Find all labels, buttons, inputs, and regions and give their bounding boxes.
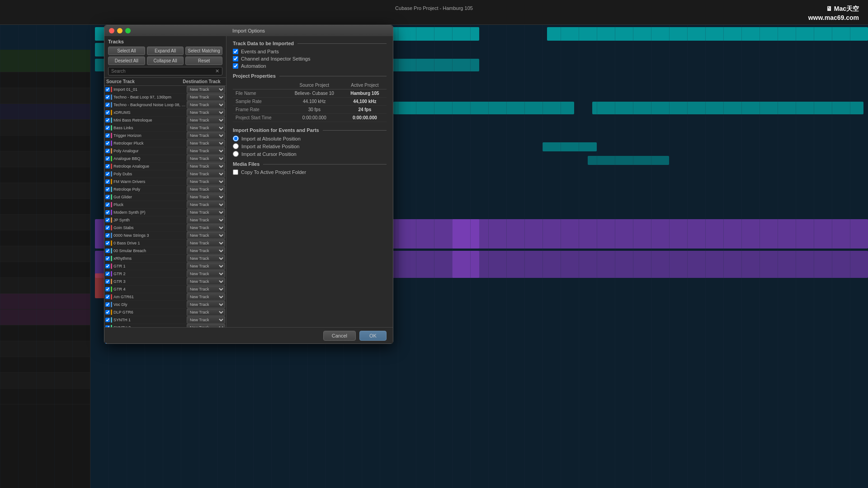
track-dest-select[interactable]: New Track Existing Track — [187, 147, 225, 155]
track-checkbox[interactable] — [105, 164, 110, 169]
track-dest-select[interactable]: New Track Existing Track — [187, 216, 225, 224]
track-checkbox[interactable] — [105, 256, 110, 261]
track-dest-select[interactable]: New Track Existing Track — [187, 224, 225, 231]
expand-all-btn[interactable]: Expand All — [147, 47, 184, 55]
dialog-max-btn[interactable] — [125, 28, 131, 33]
track-checkbox[interactable] — [105, 195, 110, 199]
track-checkbox[interactable] — [105, 126, 110, 130]
track-item[interactable]: Import 01_01 New Track Existing Track — [104, 86, 226, 94]
track-checkbox[interactable] — [105, 156, 110, 161]
track-checkbox[interactable] — [105, 141, 110, 145]
track-checkbox[interactable] — [105, 241, 110, 245]
track-item[interactable]: Poly Dubs New Track Existing Track — [104, 170, 226, 178]
track-checkbox[interactable] — [105, 233, 110, 238]
track-dest-select[interactable]: New Track Existing Track — [187, 132, 225, 139]
collapse-all-btn[interactable]: Collapse All — [147, 56, 184, 65]
track-dest-select[interactable]: New Track Existing Track — [187, 186, 225, 193]
track-dest-select[interactable]: New Track Existing Track — [187, 278, 225, 285]
track-dest-select[interactable]: New Track Existing Track — [187, 301, 225, 308]
track-checkbox[interactable] — [105, 103, 110, 107]
track-checkbox[interactable] — [105, 172, 110, 176]
track-dest-select[interactable]: New Track Existing Track — [187, 263, 225, 270]
track-item[interactable]: Voc Dly New Track Existing Track — [104, 301, 226, 309]
track-item[interactable]: xDRUMS New Track Existing Track — [104, 109, 226, 117]
track-dest-select[interactable]: New Track Existing Track — [187, 201, 225, 208]
track-item[interactable]: Goin Stabs New Track Existing Track — [104, 224, 226, 232]
track-dest-select[interactable]: New Track Existing Track — [187, 178, 225, 185]
track-dest-select[interactable]: New Track Existing Track — [187, 239, 225, 247]
media-files-checkbox[interactable] — [233, 169, 238, 175]
track-dest-select[interactable]: New Track Existing Track — [187, 117, 225, 124]
track-list[interactable]: Import 01_01 New Track Existing Track Te… — [104, 86, 226, 343]
track-dest-select[interactable]: New Track Existing Track — [187, 140, 225, 147]
import-position-radio[interactable] — [233, 151, 239, 157]
track-dest-select[interactable]: New Track Existing Track — [187, 232, 225, 239]
track-checkbox[interactable] — [105, 310, 110, 314]
track-checkbox[interactable] — [105, 249, 110, 253]
track-checkbox[interactable] — [105, 87, 110, 92]
track-item[interactable]: GTR 3 New Track Existing Track — [104, 278, 226, 286]
track-checkbox[interactable] — [105, 287, 110, 291]
track-dest-select[interactable]: New Track Existing Track — [187, 255, 225, 262]
select-all-btn[interactable]: Select All — [108, 47, 145, 55]
track-checkbox[interactable] — [105, 218, 110, 222]
track-item[interactable]: Trigger Horizon New Track Existing Track — [104, 132, 226, 140]
track-checkbox[interactable] — [105, 187, 110, 192]
track-item[interactable]: Gut Glider New Track Existing Track — [104, 193, 226, 201]
track-item[interactable]: 00 Smular Breach New Track Existing Trac… — [104, 247, 226, 255]
track-dest-select[interactable]: New Track Existing Track — [187, 209, 225, 216]
dialog-min-btn[interactable] — [117, 28, 123, 33]
cancel-button[interactable]: Cancel — [323, 331, 356, 341]
track-checkbox[interactable] — [105, 295, 110, 299]
track-dest-select[interactable]: New Track Existing Track — [187, 270, 225, 277]
import-position-radio[interactable] — [233, 143, 239, 149]
track-data-checkbox[interactable] — [233, 63, 238, 69]
track-checkbox[interactable] — [105, 210, 110, 215]
track-item[interactable]: GTR 2 New Track Existing Track — [104, 270, 226, 278]
track-item[interactable]: Mini Bass Retroloque New Track Existing … — [104, 117, 226, 124]
track-item[interactable]: Techno - Background Noise Loop 08, 136bp… — [104, 101, 226, 109]
track-checkbox[interactable] — [105, 202, 110, 207]
track-item[interactable]: FM Warm Drivers New Track Existing Track — [104, 178, 226, 186]
ok-button[interactable]: OK — [359, 331, 387, 341]
track-data-checkbox[interactable] — [233, 49, 238, 54]
track-dest-select[interactable]: New Track Existing Track — [187, 86, 225, 93]
track-item[interactable]: Bass Links New Track Existing Track — [104, 124, 226, 132]
track-checkbox[interactable] — [105, 302, 110, 307]
track-item[interactable]: 0000 New Strings 3 New Track Existing Tr… — [104, 232, 226, 239]
track-checkbox[interactable] — [105, 149, 110, 153]
track-checkbox[interactable] — [105, 110, 110, 115]
track-item[interactable]: Retroloqe Poly New Track Existing Track — [104, 186, 226, 193]
track-checkbox[interactable] — [105, 264, 110, 268]
track-dest-select[interactable]: New Track Existing Track — [187, 316, 225, 324]
track-dest-select[interactable]: New Track Existing Track — [187, 170, 225, 178]
track-dest-select[interactable]: New Track Existing Track — [187, 109, 225, 116]
track-item[interactable]: Analogue BBQ New Track Existing Track — [104, 155, 226, 163]
track-item[interactable]: GTR 1 New Track Existing Track — [104, 263, 226, 270]
track-item[interactable]: Poly Analogur New Track Existing Track — [104, 147, 226, 155]
dialog-controls[interactable] — [109, 28, 131, 33]
track-item[interactable]: SYNTH 1 New Track Existing Track — [104, 316, 226, 324]
track-dest-select[interactable]: New Track Existing Track — [187, 293, 225, 300]
track-checkbox[interactable] — [105, 118, 110, 122]
select-matching-btn[interactable]: Select Matching — [185, 47, 222, 55]
deselect-all-btn[interactable]: Deselect All — [108, 56, 145, 65]
track-item[interactable]: Retroloqer Pluck New Track Existing Trac… — [104, 140, 226, 147]
track-dest-select[interactable]: New Track Existing Track — [187, 247, 225, 254]
track-dest-select[interactable]: New Track Existing Track — [187, 163, 225, 170]
track-item[interactable]: JP Synth New Track Existing Track — [104, 216, 226, 224]
track-checkbox[interactable] — [105, 225, 110, 230]
track-dest-select[interactable]: New Track Existing Track — [187, 101, 225, 108]
track-item[interactable]: 0 Bass Drive 1 New Track Existing Track — [104, 239, 226, 247]
track-dest-select[interactable]: New Track Existing Track — [187, 94, 225, 101]
search-input[interactable] — [111, 69, 215, 74]
track-item[interactable]: xRhythms New Track Existing Track — [104, 255, 226, 263]
dialog-close-btn[interactable] — [109, 28, 114, 33]
track-checkbox[interactable] — [105, 318, 110, 322]
track-data-checkbox[interactable] — [233, 56, 238, 61]
track-dest-select[interactable]: New Track Existing Track — [187, 286, 225, 293]
track-item[interactable]: Techno - Beat Loop 97, 136bpm New Track … — [104, 94, 226, 101]
reset-btn[interactable]: Reset — [185, 56, 222, 65]
track-item[interactable]: Am GTR61 New Track Existing Track — [104, 293, 226, 301]
track-checkbox[interactable] — [105, 133, 110, 138]
